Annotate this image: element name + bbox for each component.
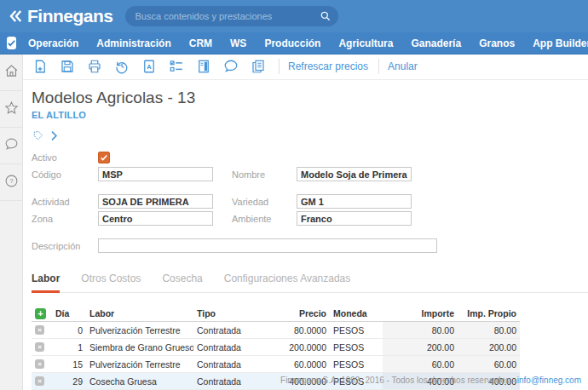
- cell-imp-propio: 200.00: [458, 339, 520, 356]
- main-menu: Operación Administración CRM WS Producci…: [0, 32, 588, 54]
- cell-labor[interactable]: Siembra de Grano Grueso: [86, 339, 193, 356]
- checklist-icon[interactable]: [168, 59, 184, 75]
- refrescar-precios-button[interactable]: Refrescar precios: [288, 60, 368, 72]
- speech-bubble-icon: [4, 137, 19, 155]
- top-header: Finnegans: [0, 0, 588, 32]
- anular-button[interactable]: Anular: [388, 60, 418, 72]
- cell-labor[interactable]: Pulverización Terrestre: [86, 322, 193, 339]
- footer-email-link[interactable]: info@finneg.com: [517, 376, 581, 385]
- svg-text:A: A: [147, 63, 152, 71]
- comment-icon[interactable]: [222, 59, 239, 75]
- history-icon[interactable]: [113, 59, 130, 75]
- cell-precio[interactable]: 200.0000: [270, 339, 330, 356]
- codigo-field[interactable]: [98, 167, 213, 181]
- actividad-field[interactable]: [98, 194, 213, 209]
- cell-tipo[interactable]: Contratada: [193, 373, 270, 390]
- cell-precio[interactable]: 80.0000: [270, 322, 330, 339]
- variedad-label: Variedad: [232, 197, 297, 207]
- descripcion-field[interactable]: [98, 238, 437, 253]
- table-row[interactable]: × 15 Pulverización Terrestre Contratada …: [32, 356, 520, 373]
- nombre-label: Nombre: [232, 169, 297, 180]
- col-imp-propio: Imp. Propio: [458, 307, 520, 322]
- toolbar-divider: [279, 59, 280, 74]
- delete-row-button[interactable]: ×: [35, 376, 44, 386]
- tab-otros-costos[interactable]: Otros Costos: [81, 272, 141, 292]
- cell-importe: 80.00: [383, 322, 458, 339]
- cell-dia[interactable]: 1: [52, 339, 86, 356]
- left-sidebar: ?: [0, 54, 23, 390]
- tags-row: [32, 129, 588, 143]
- menu-item-produccion[interactable]: Producción: [264, 37, 320, 49]
- search-icon[interactable]: [320, 10, 331, 22]
- chevrons-left-icon: [9, 9, 24, 24]
- cell-tipo[interactable]: Contratada: [193, 356, 270, 373]
- print-icon[interactable]: [86, 59, 102, 75]
- activo-checkbox[interactable]: [98, 152, 110, 163]
- cell-labor[interactable]: Pulverización Terrestre: [86, 356, 193, 373]
- cell-imp-propio: 60.00: [458, 356, 520, 373]
- cell-labor[interactable]: Cosecha Gruesa: [86, 373, 193, 390]
- app-window: Finnegans Operación Administración CRM W…: [0, 0, 588, 390]
- delete-row-button[interactable]: ×: [35, 359, 44, 369]
- col-precio: Precio: [270, 307, 330, 322]
- nombre-field[interactable]: [297, 167, 412, 181]
- menu-item-administracion[interactable]: Administración: [96, 37, 170, 49]
- copy-icon[interactable]: [250, 59, 266, 75]
- cell-moneda[interactable]: PESOS: [330, 339, 383, 356]
- table-row[interactable]: × 0 Pulverización Terrestre Contratada 8…: [32, 322, 520, 339]
- cell-importe: 200.00: [383, 339, 458, 356]
- footer: Finnegans S.A. 1992- 2016 - Todos los de…: [280, 376, 581, 385]
- logo-text: Finnegans: [27, 6, 113, 26]
- col-labor: Labor: [86, 307, 193, 322]
- variedad-field[interactable]: [297, 194, 412, 209]
- cell-tipo[interactable]: Contratada: [193, 322, 270, 339]
- new-document-icon[interactable]: [32, 59, 48, 75]
- menu-item-ws[interactable]: WS: [230, 37, 246, 49]
- cell-precio[interactable]: 60.0000: [270, 356, 330, 373]
- finnegans-logo[interactable]: Finnegans: [9, 6, 113, 26]
- cell-moneda[interactable]: PESOS: [330, 356, 383, 373]
- global-search[interactable]: [125, 6, 338, 26]
- zona-field[interactable]: [98, 211, 213, 226]
- document-text-icon[interactable]: A: [141, 59, 157, 75]
- codigo-label: Código: [32, 169, 98, 180]
- cell-dia[interactable]: 0: [52, 322, 86, 339]
- cell-dia[interactable]: 15: [52, 356, 86, 373]
- tab-cosecha[interactable]: Cosecha: [162, 272, 202, 292]
- sidebar-item-comments[interactable]: [0, 128, 22, 164]
- col-moneda: Moneda: [330, 307, 383, 322]
- sidebar-item-help[interactable]: ?: [0, 164, 22, 201]
- cell-moneda[interactable]: PESOS: [330, 322, 383, 339]
- menu-item-operacion[interactable]: Operación: [28, 37, 78, 49]
- descripcion-label: Descripción: [32, 241, 98, 251]
- tag-icon[interactable]: [32, 129, 44, 142]
- tab-labor[interactable]: Labor: [32, 272, 60, 293]
- star-icon: [4, 100, 19, 118]
- delete-row-button[interactable]: ×: [35, 342, 44, 352]
- delete-row-button[interactable]: ×: [35, 325, 44, 335]
- tab-configuraciones-avanzadas[interactable]: Configuraciones Avanzadas: [224, 272, 351, 292]
- page-subtitle[interactable]: EL ALTILLO: [32, 110, 588, 120]
- save-icon[interactable]: [59, 59, 75, 75]
- sidebar-item-favorites[interactable]: [0, 91, 22, 128]
- add-row-button[interactable]: +: [35, 308, 46, 319]
- table-row[interactable]: × 1 Siembra de Grano Grueso Contratada 2…: [32, 339, 520, 356]
- record-toolbar: A Refrescar precios Anular: [23, 54, 588, 80]
- cell-dia[interactable]: 29: [52, 373, 86, 390]
- menu-item-granos[interactable]: Granos: [479, 37, 515, 49]
- cell-imp-propio: 80.00: [458, 322, 520, 339]
- ambiente-field[interactable]: [297, 211, 412, 226]
- cell-importe: 60.00: [383, 356, 458, 373]
- sidebar-item-home[interactable]: [0, 54, 22, 91]
- menu-item-crm[interactable]: CRM: [189, 37, 212, 49]
- chevron-right-icon[interactable]: [49, 130, 59, 141]
- report-icon[interactable]: [195, 59, 211, 75]
- menu-item-ganaderia[interactable]: Ganadería: [411, 37, 461, 49]
- model-form: Activo Código Nombre Actividad: [32, 150, 588, 254]
- checkbox-checked-icon[interactable]: [7, 37, 16, 49]
- cell-tipo[interactable]: Contratada: [193, 339, 270, 356]
- home-icon: [4, 64, 19, 82]
- menu-item-app-builder[interactable]: App Builder: [533, 37, 588, 49]
- search-input[interactable]: [135, 11, 320, 21]
- menu-item-agricultura[interactable]: Agricultura: [338, 37, 393, 49]
